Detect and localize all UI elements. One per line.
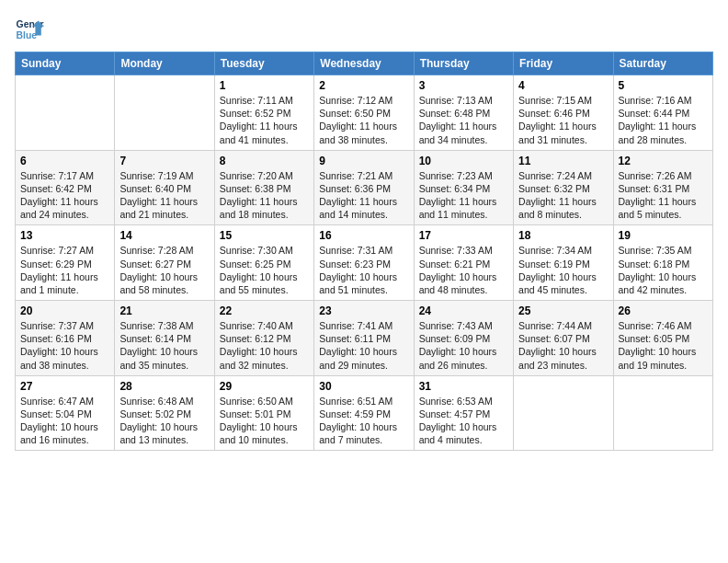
day-number: 27	[20, 380, 109, 393]
calendar-cell: 19Sunrise: 7:35 AMSunset: 6:18 PMDayligh…	[613, 225, 712, 301]
weekday-header-sunday: Sunday	[16, 52, 115, 75]
weekday-header-saturday: Saturday	[613, 52, 712, 75]
day-info: Sunrise: 6:50 AMSunset: 5:01 PMDaylight:…	[220, 395, 309, 447]
day-info: Sunrise: 7:12 AMSunset: 6:50 PMDaylight:…	[319, 94, 408, 146]
calendar-cell	[613, 375, 712, 451]
day-number: 15	[220, 229, 309, 242]
day-info: Sunrise: 7:38 AMSunset: 6:14 PMDaylight:…	[119, 319, 209, 372]
day-info: Sunrise: 7:15 AMSunset: 6:46 PMDaylight:…	[518, 94, 608, 146]
calendar-cell: 12Sunrise: 7:26 AMSunset: 6:31 PMDayligh…	[613, 150, 712, 225]
day-info: Sunrise: 7:37 AMSunset: 6:16 PMDaylight:…	[20, 319, 109, 372]
weekday-header-monday: Monday	[115, 52, 214, 75]
day-info: Sunrise: 7:16 AMSunset: 6:44 PMDaylight:…	[619, 94, 708, 146]
day-info: Sunrise: 7:31 AMSunset: 6:23 PMDaylight:…	[319, 244, 408, 296]
day-number: 1	[220, 79, 309, 92]
day-info: Sunrise: 7:19 AMSunset: 6:40 PMDaylight:…	[119, 169, 209, 222]
day-number: 2	[319, 79, 408, 92]
page-header: General Blue	[15, 15, 713, 44]
day-number: 20	[20, 304, 109, 317]
calendar-cell: 31Sunrise: 6:53 AMSunset: 4:57 PMDayligh…	[414, 375, 513, 451]
day-number: 10	[419, 155, 508, 167]
logo: General Blue	[15, 15, 44, 44]
day-info: Sunrise: 6:51 AMSunset: 4:59 PMDaylight:…	[319, 395, 408, 447]
calendar-cell	[514, 375, 613, 451]
week-row-3: 13Sunrise: 7:27 AMSunset: 6:29 PMDayligh…	[16, 225, 713, 301]
day-info: Sunrise: 7:21 AMSunset: 6:36 PMDaylight:…	[319, 169, 408, 222]
week-row-5: 27Sunrise: 6:47 AMSunset: 5:04 PMDayligh…	[16, 375, 713, 451]
calendar-cell: 22Sunrise: 7:40 AMSunset: 6:12 PMDayligh…	[214, 301, 313, 376]
day-info: Sunrise: 7:46 AMSunset: 6:05 PMDaylight:…	[619, 319, 708, 372]
day-info: Sunrise: 7:43 AMSunset: 6:09 PMDaylight:…	[419, 319, 508, 372]
day-info: Sunrise: 6:53 AMSunset: 4:57 PMDaylight:…	[419, 395, 508, 447]
day-number: 18	[518, 229, 608, 242]
day-info: Sunrise: 7:33 AMSunset: 6:21 PMDaylight:…	[419, 244, 508, 296]
day-number: 26	[619, 304, 708, 317]
calendar-cell: 20Sunrise: 7:37 AMSunset: 6:16 PMDayligh…	[16, 301, 115, 376]
weekday-header-tuesday: Tuesday	[214, 52, 313, 75]
day-info: Sunrise: 6:47 AMSunset: 5:04 PMDaylight:…	[20, 395, 109, 447]
calendar-cell: 11Sunrise: 7:24 AMSunset: 6:32 PMDayligh…	[514, 150, 613, 225]
week-row-2: 6Sunrise: 7:17 AMSunset: 6:42 PMDaylight…	[16, 150, 713, 225]
weekday-header-thursday: Thursday	[414, 52, 513, 75]
day-number: 13	[20, 229, 109, 242]
day-number: 8	[220, 155, 309, 167]
calendar-cell: 5Sunrise: 7:16 AMSunset: 6:44 PMDaylight…	[613, 75, 712, 151]
calendar-cell: 2Sunrise: 7:12 AMSunset: 6:50 PMDaylight…	[314, 75, 414, 151]
calendar-cell: 27Sunrise: 6:47 AMSunset: 5:04 PMDayligh…	[16, 375, 115, 451]
calendar-cell: 1Sunrise: 7:11 AMSunset: 6:52 PMDaylight…	[214, 75, 313, 151]
calendar-cell: 23Sunrise: 7:41 AMSunset: 6:11 PMDayligh…	[314, 301, 414, 376]
day-info: Sunrise: 7:13 AMSunset: 6:48 PMDaylight:…	[419, 94, 508, 146]
day-number: 29	[220, 380, 309, 393]
day-info: Sunrise: 7:27 AMSunset: 6:29 PMDaylight:…	[20, 244, 109, 296]
calendar-cell: 4Sunrise: 7:15 AMSunset: 6:46 PMDaylight…	[514, 75, 613, 151]
day-info: Sunrise: 7:40 AMSunset: 6:12 PMDaylight:…	[220, 319, 309, 372]
calendar-table: SundayMondayTuesdayWednesdayThursdayFrid…	[15, 52, 713, 451]
day-number: 11	[518, 155, 608, 167]
weekday-header-wednesday: Wednesday	[314, 52, 414, 75]
day-number: 24	[419, 304, 508, 317]
calendar-cell: 26Sunrise: 7:46 AMSunset: 6:05 PMDayligh…	[613, 301, 712, 376]
day-number: 17	[419, 229, 508, 242]
calendar-cell: 24Sunrise: 7:43 AMSunset: 6:09 PMDayligh…	[414, 301, 513, 376]
calendar-cell: 7Sunrise: 7:19 AMSunset: 6:40 PMDaylight…	[115, 150, 214, 225]
weekday-header-friday: Friday	[514, 52, 613, 75]
calendar-cell: 17Sunrise: 7:33 AMSunset: 6:21 PMDayligh…	[414, 225, 513, 301]
day-info: Sunrise: 7:35 AMSunset: 6:18 PMDaylight:…	[619, 244, 708, 296]
day-info: Sunrise: 7:20 AMSunset: 6:38 PMDaylight:…	[220, 169, 309, 222]
week-row-1: 1Sunrise: 7:11 AMSunset: 6:52 PMDaylight…	[16, 75, 713, 151]
day-number: 30	[319, 380, 408, 393]
calendar-cell: 3Sunrise: 7:13 AMSunset: 6:48 PMDaylight…	[414, 75, 513, 151]
day-number: 12	[619, 155, 708, 167]
calendar-cell	[16, 75, 115, 151]
calendar-cell: 13Sunrise: 7:27 AMSunset: 6:29 PMDayligh…	[16, 225, 115, 301]
day-number: 6	[20, 155, 109, 167]
day-info: Sunrise: 7:24 AMSunset: 6:32 PMDaylight:…	[518, 169, 608, 222]
day-info: Sunrise: 7:30 AMSunset: 6:25 PMDaylight:…	[220, 244, 309, 296]
day-number: 9	[319, 155, 408, 167]
day-info: Sunrise: 7:11 AMSunset: 6:52 PMDaylight:…	[220, 94, 309, 146]
day-info: Sunrise: 7:23 AMSunset: 6:34 PMDaylight:…	[419, 169, 508, 222]
day-number: 28	[119, 380, 209, 393]
calendar-cell: 9Sunrise: 7:21 AMSunset: 6:36 PMDaylight…	[314, 150, 414, 225]
calendar-cell: 16Sunrise: 7:31 AMSunset: 6:23 PMDayligh…	[314, 225, 414, 301]
day-number: 14	[119, 229, 209, 242]
day-info: Sunrise: 7:17 AMSunset: 6:42 PMDaylight:…	[20, 169, 109, 222]
day-info: Sunrise: 7:41 AMSunset: 6:11 PMDaylight:…	[319, 319, 408, 372]
day-number: 23	[319, 304, 408, 317]
calendar-cell	[115, 75, 214, 151]
day-number: 25	[518, 304, 608, 317]
calendar-cell: 10Sunrise: 7:23 AMSunset: 6:34 PMDayligh…	[414, 150, 513, 225]
calendar-cell: 18Sunrise: 7:34 AMSunset: 6:19 PMDayligh…	[514, 225, 613, 301]
day-number: 31	[419, 380, 508, 393]
day-number: 7	[119, 155, 209, 167]
day-number: 16	[319, 229, 408, 242]
calendar-cell: 6Sunrise: 7:17 AMSunset: 6:42 PMDaylight…	[16, 150, 115, 225]
calendar-cell: 30Sunrise: 6:51 AMSunset: 4:59 PMDayligh…	[314, 375, 414, 451]
calendar-cell: 15Sunrise: 7:30 AMSunset: 6:25 PMDayligh…	[214, 225, 313, 301]
day-info: Sunrise: 6:48 AMSunset: 5:02 PMDaylight:…	[119, 395, 209, 447]
day-number: 4	[518, 79, 608, 92]
logo-icon: General Blue	[15, 15, 44, 44]
day-number: 5	[619, 79, 708, 92]
weekday-header-row: SundayMondayTuesdayWednesdayThursdayFrid…	[16, 52, 713, 75]
calendar-cell: 8Sunrise: 7:20 AMSunset: 6:38 PMDaylight…	[214, 150, 313, 225]
